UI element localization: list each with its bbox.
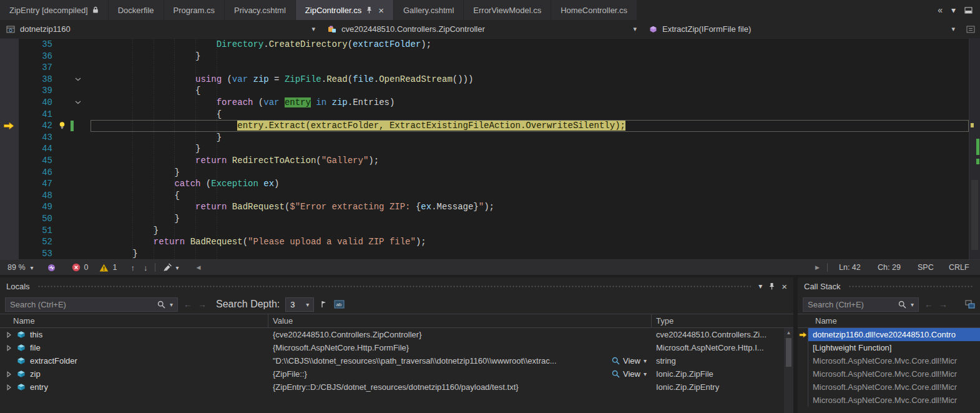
breakpoint-margin[interactable] bbox=[0, 213, 19, 225]
callstack-frame-3[interactable]: Microsoft.AspNetCore.Mvc.Core.dll!Micr bbox=[798, 367, 980, 381]
code-text[interactable] bbox=[91, 62, 969, 74]
column-header-name[interactable]: Name bbox=[0, 314, 268, 327]
breakpoint-margin[interactable] bbox=[0, 225, 19, 237]
breakpoint-margin[interactable] bbox=[0, 120, 19, 132]
column-header-type[interactable]: Type bbox=[652, 314, 793, 327]
code-text[interactable]: } bbox=[91, 132, 969, 144]
fold-collapse-icon[interactable] bbox=[75, 77, 81, 81]
code-text[interactable]: Directory.CreateDirectory(extractFolder)… bbox=[91, 39, 969, 51]
search-icon[interactable] bbox=[157, 301, 165, 309]
tab-privacy-cshtml[interactable]: Privacy.cshtml bbox=[225, 0, 296, 20]
breakpoint-margin[interactable] bbox=[0, 167, 19, 179]
drag-grip[interactable] bbox=[37, 285, 752, 288]
member-dropdown[interactable]: ExtractZip(IFormFile file) ▾ bbox=[643, 20, 961, 38]
breakpoint-margin[interactable] bbox=[0, 143, 19, 155]
breakpoint-margin[interactable] bbox=[0, 39, 19, 51]
breakpoint-margin[interactable] bbox=[0, 85, 19, 97]
code-text[interactable]: { bbox=[91, 190, 969, 202]
breakpoint-margin[interactable] bbox=[0, 190, 19, 202]
chevrons-left-icon[interactable]: « bbox=[938, 5, 943, 15]
chevron-down-icon[interactable]: ▾ bbox=[311, 25, 315, 33]
code-text[interactable]: } bbox=[91, 167, 969, 179]
view-button[interactable]: View▾ bbox=[612, 369, 647, 379]
breakpoint-margin[interactable] bbox=[0, 248, 19, 259]
code-text[interactable]: } bbox=[91, 213, 969, 225]
callstack-frame-4[interactable]: Microsoft.AspNetCore.Mvc.Core.dll!Micr bbox=[798, 381, 980, 394]
warning-count[interactable]: 1 bbox=[99, 263, 117, 272]
expand-icon[interactable] bbox=[6, 384, 12, 391]
tab-errorviewmodel-cs[interactable]: ErrorViewModel.cs bbox=[464, 0, 551, 20]
code-text[interactable]: entry.Extract(extractFolder, ExtractExis… bbox=[91, 120, 969, 132]
tab-homecontroller-cs[interactable]: HomeController.cs bbox=[551, 0, 637, 20]
close-tab-icon[interactable]: × bbox=[378, 6, 384, 15]
pin-icon[interactable] bbox=[366, 6, 373, 14]
fold-collapse-icon[interactable] bbox=[75, 101, 81, 104]
scroll-up-icon[interactable]: ▲ bbox=[786, 330, 791, 336]
search-back-icon[interactable]: ← bbox=[924, 299, 933, 309]
view-button[interactable]: View▾ bbox=[612, 356, 647, 366]
expand-icon[interactable] bbox=[6, 332, 12, 338]
locals-search-input[interactable]: Search (Ctrl+E) ▾ bbox=[5, 297, 178, 312]
tab-zipentry-decompiled[interactable]: ZipEntry [decompiled] bbox=[0, 0, 109, 20]
thread-frames-icon[interactable] bbox=[965, 300, 975, 309]
code-text[interactable]: { bbox=[91, 109, 969, 121]
breakpoint-margin[interactable] bbox=[0, 155, 19, 167]
callstack-search-input[interactable]: Search (Ctrl+E) ▾ bbox=[803, 297, 919, 312]
callstack-frame-2[interactable]: Microsoft.AspNetCore.Mvc.Core.dll!Micr bbox=[798, 354, 980, 367]
callstack-column-header[interactable]: Name bbox=[798, 314, 980, 328]
zoom-control[interactable]: 89 % ▾ bbox=[7, 263, 34, 272]
code-text[interactable]: return BadRequest("Please upload a valid… bbox=[91, 236, 969, 248]
search-icon[interactable] bbox=[898, 301, 906, 309]
code-text[interactable]: catch (Exception ex) bbox=[91, 178, 969, 190]
horizontal-scrollbar[interactable] bbox=[200, 260, 815, 275]
project-dropdown[interactable]: dotnetzip1160 ▾ bbox=[0, 20, 321, 38]
close-icon[interactable]: × bbox=[782, 281, 787, 292]
code-editor[interactable]: 35 Directory.CreateDirectory(extractFold… bbox=[0, 39, 980, 259]
code-cleanup-button[interactable]: ▾ bbox=[163, 263, 179, 272]
tab-program-cs[interactable]: Program.cs bbox=[164, 0, 225, 20]
pin-icon[interactable] bbox=[768, 282, 775, 290]
chevron-down-icon[interactable]: ▾ bbox=[633, 25, 637, 33]
editor-vertical-scrollbar[interactable] bbox=[969, 39, 980, 259]
callstack-frame-1[interactable]: [Lightweight Function] bbox=[798, 341, 980, 354]
spaces-indicator[interactable]: SPC bbox=[918, 263, 949, 272]
breakpoint-margin[interactable] bbox=[0, 132, 19, 144]
chevron-down-icon[interactable]: ▾ bbox=[170, 301, 173, 308]
previous-issue-icon[interactable]: ↑ bbox=[130, 263, 135, 272]
breakpoint-margin[interactable] bbox=[0, 178, 19, 190]
scrollbar-thumb[interactable] bbox=[971, 180, 978, 250]
tab-list-dropdown-icon[interactable]: ▾ bbox=[951, 5, 956, 15]
lightbulb-icon[interactable] bbox=[58, 121, 66, 130]
breakpoint-margin[interactable] bbox=[0, 51, 19, 62]
flag-icon[interactable] bbox=[320, 301, 328, 309]
scroll-right-icon[interactable]: ▶ bbox=[815, 264, 820, 271]
next-issue-icon[interactable]: ↓ bbox=[144, 263, 148, 272]
code-text[interactable]: } bbox=[91, 248, 969, 259]
error-count[interactable]: 0 bbox=[72, 263, 89, 272]
locals-row-extractFolder[interactable]: extractFolder"D:\\CBJS\\dotnet_resources… bbox=[0, 354, 793, 367]
editor-options-icon[interactable] bbox=[961, 20, 980, 38]
locals-row-this[interactable]: this{cve202448510.Controllers.ZipControl… bbox=[0, 328, 793, 341]
chevron-down-icon[interactable]: ▾ bbox=[911, 301, 914, 308]
chevron-down-icon[interactable]: ▾ bbox=[951, 25, 955, 33]
search-forward-icon[interactable]: → bbox=[939, 299, 948, 309]
callstack-title-bar[interactable]: Call Stack bbox=[798, 277, 980, 295]
code-text[interactable]: } bbox=[91, 51, 969, 62]
window-layout-icon[interactable] bbox=[964, 7, 973, 14]
breakpoint-margin[interactable] bbox=[0, 62, 19, 74]
code-text[interactable]: } bbox=[91, 225, 969, 237]
text-visualizer-icon[interactable]: ab bbox=[334, 300, 345, 309]
locals-scrollbar[interactable]: ▲ bbox=[784, 328, 793, 413]
chevron-down-icon[interactable]: ▾ bbox=[644, 357, 647, 364]
search-back-icon[interactable]: ← bbox=[184, 299, 192, 309]
tab-dockerfile[interactable]: Dockerfile bbox=[109, 0, 164, 20]
locals-row-entry[interactable]: entry{ZipEntry::D:/CBJS/dotnet_resources… bbox=[0, 381, 793, 394]
column-header-value[interactable]: Value bbox=[268, 314, 652, 327]
expand-icon[interactable] bbox=[6, 371, 12, 377]
search-depth-select[interactable]: 3 ▾ bbox=[285, 297, 314, 312]
code-text[interactable]: { bbox=[91, 85, 969, 97]
chevron-down-icon[interactable]: ▾ bbox=[644, 371, 647, 377]
expand-icon[interactable] bbox=[6, 345, 12, 351]
search-forward-icon[interactable]: → bbox=[198, 299, 207, 309]
code-text[interactable]: foreach (var entry in zip.Entries) bbox=[91, 97, 969, 109]
